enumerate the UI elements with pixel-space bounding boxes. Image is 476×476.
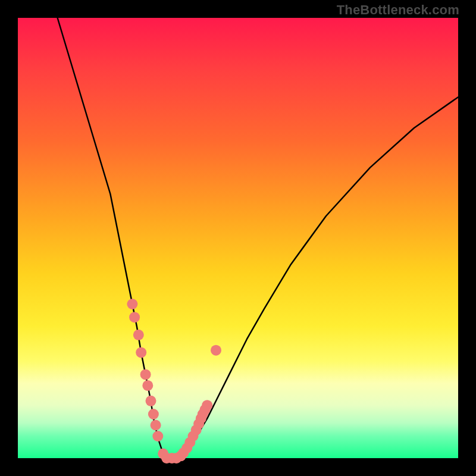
- data-point: [136, 347, 146, 358]
- plot-svg: [0, 0, 476, 476]
- data-point: [152, 431, 163, 441]
- data-point: [151, 420, 161, 431]
- data-point: [129, 312, 140, 322]
- data-point: [127, 299, 137, 309]
- data-point: [142, 380, 153, 391]
- data-point: [148, 409, 159, 419]
- chart-frame: TheBottleneck.com: [0, 0, 476, 476]
- curve-line: [58, 18, 458, 458]
- data-point: [211, 345, 221, 356]
- data-point: [146, 396, 156, 406]
- data-point: [202, 400, 212, 411]
- data-point: [133, 330, 144, 340]
- data-point: [140, 369, 151, 380]
